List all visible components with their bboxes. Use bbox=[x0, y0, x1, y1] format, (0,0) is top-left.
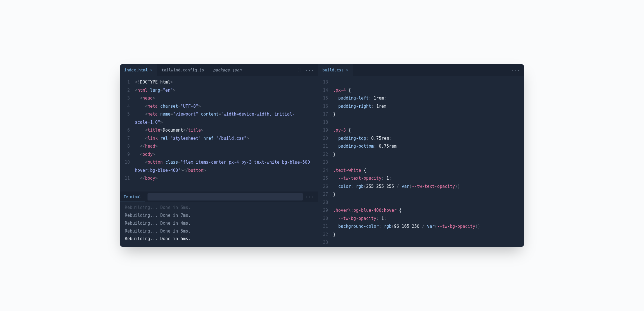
line-content bbox=[333, 118, 524, 127]
terminal-input-area[interactable] bbox=[148, 193, 303, 200]
line-number: 14 bbox=[318, 86, 333, 94]
tabbar-actions: ··· bbox=[298, 67, 318, 73]
tab-label: build.css bbox=[323, 68, 344, 72]
code-line: 30 --tw-bg-opacity: 1; bbox=[318, 215, 524, 223]
right-pane: build.css× ··· 1314.px-4 {15 padding-lef… bbox=[318, 64, 524, 247]
tab-package-json[interactable]: package.json bbox=[208, 64, 246, 76]
line-number: 15 bbox=[318, 94, 333, 102]
terminal-line: Rebuilding... Done in 7ms. bbox=[125, 212, 313, 220]
line-content bbox=[333, 78, 524, 86]
line-content: </head> bbox=[135, 142, 318, 150]
terminal-tab[interactable]: Terminal bbox=[120, 191, 145, 202]
more-icon[interactable]: ··· bbox=[511, 67, 520, 73]
left-tabbar: index.html×tailwind.config.jspackage.jso… bbox=[120, 64, 318, 76]
line-number: 16 bbox=[318, 102, 333, 111]
more-icon[interactable]: ··· bbox=[305, 67, 314, 73]
code-line: 9 <body> bbox=[120, 150, 318, 159]
terminal-panel: Terminal ··· Rebuilding... Done in 5ms.R… bbox=[120, 191, 318, 247]
left-code-area[interactable]: 1<!DOCTYPE html>2<html lang="en">3 <head… bbox=[120, 76, 318, 191]
line-content: <html lang="en"> bbox=[135, 86, 318, 94]
code-line: 23 bbox=[318, 158, 524, 166]
left-pane: index.html×tailwind.config.jspackage.jso… bbox=[120, 64, 318, 247]
line-content: } bbox=[333, 110, 524, 118]
code-line: 10 <button class="flex items-center px-4… bbox=[120, 158, 318, 174]
code-line: 5 <meta name="viewport" content="width=d… bbox=[120, 110, 318, 126]
line-content: <link rel="stylesheet" href="/build.css"… bbox=[135, 134, 318, 143]
editor-window: index.html×tailwind.config.jspackage.jso… bbox=[120, 64, 524, 247]
right-code-area[interactable]: 1314.px-4 {15 padding-left: 1rem;16 padd… bbox=[318, 76, 524, 247]
terminal-header: Terminal ··· bbox=[120, 191, 318, 202]
code-line: 13 bbox=[318, 78, 524, 86]
code-line: 8 </head> bbox=[120, 142, 318, 150]
code-line: 2<html lang="en"> bbox=[120, 86, 318, 94]
code-line: 20 padding-top: 0.75rem; bbox=[318, 134, 524, 143]
line-number: 17 bbox=[318, 110, 333, 118]
code-line: 31 background-color: rgb(96 165 250 / va… bbox=[318, 222, 524, 231]
line-content: .hover\:bg-blue-400:hover { bbox=[333, 206, 524, 215]
code-line: 3 <head> bbox=[120, 94, 318, 102]
line-content: <!DOCTYPE html> bbox=[135, 78, 318, 86]
line-content: .py-3 { bbox=[333, 126, 524, 134]
line-content bbox=[333, 238, 524, 247]
line-content: } bbox=[333, 231, 524, 239]
tabbar-actions-right: ··· bbox=[511, 67, 524, 73]
split-editor-icon[interactable] bbox=[298, 68, 302, 72]
line-content: <title>Document</title> bbox=[135, 126, 318, 134]
line-content: } bbox=[333, 190, 524, 199]
code-line: 33 bbox=[318, 238, 524, 247]
line-content: <meta name="viewport" content="width=dev… bbox=[135, 110, 318, 126]
code-line: 18 bbox=[318, 118, 524, 127]
line-content: <head> bbox=[135, 94, 318, 102]
close-icon[interactable]: × bbox=[346, 68, 348, 72]
line-content: padding-right: 1rem bbox=[333, 102, 524, 111]
line-number: 13 bbox=[318, 78, 333, 86]
line-content: padding-top: 0.75rem; bbox=[333, 134, 524, 143]
terminal-line: Rebuilding... Done in 5ms. bbox=[125, 235, 313, 243]
line-content bbox=[333, 158, 524, 166]
line-number: 20 bbox=[318, 134, 333, 143]
line-number: 19 bbox=[318, 126, 333, 134]
tab-index-html[interactable]: index.html× bbox=[120, 64, 157, 76]
line-content: padding-bottom: 0.75rem bbox=[333, 142, 524, 150]
code-line: 22} bbox=[318, 150, 524, 159]
line-number: 10 bbox=[120, 158, 135, 174]
terminal-line: Rebuilding... Done in 5ms. bbox=[125, 204, 313, 212]
line-number: 31 bbox=[318, 222, 333, 231]
line-number: 30 bbox=[318, 215, 333, 223]
tab-label: index.html bbox=[124, 68, 148, 72]
code-line: 4 <meta charset="UTF-8"> bbox=[120, 102, 318, 111]
line-content: <body> bbox=[135, 150, 318, 159]
line-content: .text-white { bbox=[333, 166, 524, 175]
line-number: 8 bbox=[120, 142, 135, 150]
line-number: 25 bbox=[318, 174, 333, 182]
line-content: </body> bbox=[135, 174, 318, 182]
tab-tailwind-config-js[interactable]: tailwind.config.js bbox=[157, 64, 209, 76]
line-number: 1 bbox=[120, 78, 135, 86]
line-content: } bbox=[333, 150, 524, 159]
line-number: 3 bbox=[120, 94, 135, 102]
close-icon[interactable]: × bbox=[150, 68, 152, 72]
terminal-output[interactable]: Rebuilding... Done in 5ms.Rebuilding... … bbox=[120, 202, 318, 247]
tab-build-css[interactable]: build.css× bbox=[318, 64, 353, 76]
code-line: 7 <link rel="stylesheet" href="/build.cs… bbox=[120, 134, 318, 143]
right-tabbar: build.css× ··· bbox=[318, 64, 524, 76]
tab-label: package.json bbox=[213, 68, 241, 72]
terminal-more-icon[interactable]: ··· bbox=[305, 194, 318, 200]
code-line: 28 bbox=[318, 199, 524, 207]
code-line: 25 --tw-text-opacity: 1; bbox=[318, 174, 524, 182]
line-content: <meta charset="UTF-8"> bbox=[135, 102, 318, 111]
line-number: 6 bbox=[120, 126, 135, 134]
line-number: 18 bbox=[318, 118, 333, 127]
line-number: 33 bbox=[318, 238, 333, 247]
line-number: 2 bbox=[120, 86, 135, 94]
code-line: 32} bbox=[318, 231, 524, 239]
line-content: --tw-bg-opacity: 1; bbox=[333, 215, 524, 223]
code-line: 15 padding-left: 1rem; bbox=[318, 94, 524, 102]
line-content: .px-4 { bbox=[333, 86, 524, 94]
code-line: 17} bbox=[318, 110, 524, 118]
line-number: 4 bbox=[120, 102, 135, 111]
line-number: 24 bbox=[318, 166, 333, 175]
terminal-line: Rebuilding... Done in 5ms. bbox=[125, 227, 313, 235]
code-line: 11 </body> bbox=[120, 174, 318, 182]
code-line: 24.text-white { bbox=[318, 166, 524, 175]
